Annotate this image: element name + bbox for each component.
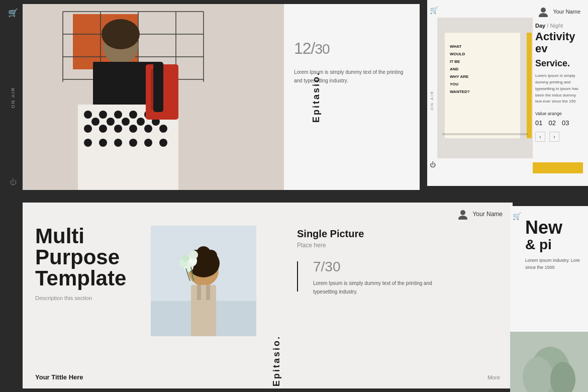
slide2-book-image: WHAT WOULD IT BE AND WHY ARE YOU WANTED? bbox=[437, 18, 533, 158]
svg-point-35 bbox=[122, 118, 130, 126]
slide1-counter-total: 30 bbox=[315, 41, 329, 57]
slide2-cart-icon[interactable]: 🛒 bbox=[430, 6, 438, 14]
slide1-image-svg bbox=[23, 4, 284, 190]
prev-arrow[interactable]: ‹ bbox=[535, 132, 545, 142]
slide3-center-image bbox=[151, 226, 256, 336]
svg-point-33 bbox=[91, 118, 100, 126]
svg-point-34 bbox=[107, 118, 115, 126]
svg-point-15 bbox=[84, 111, 92, 119]
slide4-cart-icon[interactable]: 🛒 bbox=[513, 212, 521, 220]
svg-point-22 bbox=[99, 125, 107, 133]
power-icon-bottom[interactable]: ⏻ bbox=[10, 178, 17, 186]
slide3-left-text: Multi Purpose Template Description this … bbox=[35, 226, 136, 386]
slide4-bottom-image bbox=[510, 332, 588, 392]
user-avatar-icon bbox=[538, 6, 549, 17]
slide4-content: New & pi Lorem Ipsum industry. Lore sinc… bbox=[523, 216, 588, 274]
slide4-heading-line2: & pi bbox=[525, 237, 585, 253]
slide2-container: 🛒 On air ⏻ Your Name WHAT WOULD IT BE AN… bbox=[427, 0, 588, 186]
slide4-container: 🛒 New & pi Lorem Ipsum industry. Lore si… bbox=[510, 206, 588, 392]
slide3-header: Your Name bbox=[23, 203, 513, 226]
slide1-container: 12/30 Lorem Ipsum is simply dummy text o… bbox=[23, 4, 420, 190]
slide2-right-content: Day / Night Activity ev Service. Lorem I… bbox=[530, 23, 588, 142]
svg-point-57 bbox=[541, 8, 546, 13]
svg-point-24 bbox=[129, 125, 137, 133]
slide3-description: Description this section bbox=[35, 295, 136, 301]
epitasio-text-slide1: Epitasio. bbox=[311, 71, 322, 123]
svg-point-29 bbox=[114, 139, 122, 147]
value-arange-label: Value arange bbox=[535, 111, 583, 116]
svg-point-23 bbox=[114, 125, 122, 133]
more-link[interactable]: More bbox=[487, 374, 500, 380]
slide3-main-content: Multi Purpose Template Description this … bbox=[23, 226, 513, 386]
activity-subheading: Service. bbox=[535, 59, 583, 69]
place-here-text: Place here bbox=[297, 242, 500, 249]
svg-point-16 bbox=[99, 111, 107, 119]
svg-point-83 bbox=[182, 255, 189, 262]
svg-point-70 bbox=[460, 210, 465, 215]
slide3-right-content: Single Picture Place here 7/30 Lorem Ips… bbox=[297, 226, 500, 386]
svg-point-30 bbox=[129, 139, 137, 147]
day-night-label: Day / Night bbox=[535, 23, 583, 29]
slide3-title: Multi Purpose Template bbox=[35, 226, 136, 289]
svg-rect-40 bbox=[153, 62, 163, 112]
slide1-main-image bbox=[23, 4, 284, 190]
svg-point-82 bbox=[189, 250, 198, 259]
counter-current: 7/ bbox=[313, 259, 325, 274]
top-row: 🛒 On air ⏻ bbox=[0, 0, 588, 193]
svg-point-28 bbox=[99, 139, 107, 147]
svg-point-21 bbox=[84, 125, 92, 133]
slide3-counter-row: 7/30 Lorem Ipsum is simply dummy text of… bbox=[297, 259, 500, 296]
title-line3: Template bbox=[35, 268, 136, 289]
activity-heading: Activity ev bbox=[535, 31, 583, 55]
svg-point-31 bbox=[144, 139, 152, 147]
separator-text: / bbox=[547, 23, 548, 29]
value-02: 02 bbox=[548, 119, 555, 127]
night-text: Night bbox=[550, 23, 563, 29]
svg-point-12 bbox=[102, 19, 140, 49]
svg-text:WOULD: WOULD bbox=[450, 52, 465, 56]
day-text: Day bbox=[535, 23, 545, 29]
svg-text:WANTED?: WANTED? bbox=[450, 89, 470, 94]
svg-point-18 bbox=[129, 111, 137, 119]
svg-text:AND: AND bbox=[450, 67, 459, 71]
slide1-counter-current: 12/ bbox=[294, 39, 315, 57]
slide3-counter-desc: Lorem Ipsum is simply dummy text of the … bbox=[313, 279, 439, 296]
slide3-user-avatar-icon bbox=[457, 209, 468, 220]
svg-point-26 bbox=[159, 125, 167, 133]
slide3-container: Your Name Multi Purpose Template Descrip… bbox=[23, 203, 513, 388]
bottom-sidebar: 🛒 On air ⏻ bbox=[4, 4, 22, 190]
slide2-power[interactable]: ⏻ bbox=[430, 161, 436, 168]
svg-point-27 bbox=[84, 139, 92, 147]
svg-point-36 bbox=[137, 118, 145, 126]
value-03: 03 bbox=[562, 119, 569, 127]
slide4-description: Lorem Ipsum industry. Lore since the 150… bbox=[525, 257, 585, 271]
svg-text:YOU: YOU bbox=[450, 82, 459, 86]
svg-text:IT BE: IT BE bbox=[450, 59, 460, 64]
on-air-label-bottom: On air bbox=[11, 87, 16, 109]
slide3-counter: 7/30 bbox=[313, 259, 439, 275]
your-title-here: Your Tittle Here bbox=[35, 373, 83, 381]
slide2-description: Lorem Ipsum is simply dummy printing and… bbox=[535, 73, 583, 105]
svg-text:WHAT: WHAT bbox=[450, 44, 462, 49]
single-picture-title: Single Picture bbox=[297, 228, 500, 240]
slide2-username: Your Name bbox=[553, 9, 580, 15]
svg-point-78 bbox=[197, 246, 211, 260]
slide3-bottom-bar: Your Tittle Here More bbox=[35, 373, 500, 381]
slide3-username: Your Name bbox=[472, 211, 503, 218]
slide2-yellow-button[interactable] bbox=[533, 162, 583, 173]
slide1-right-content: 12/30 Lorem Ipsum is simply dummy text o… bbox=[286, 4, 420, 190]
cart-icon-bottom[interactable]: 🛒 bbox=[8, 8, 18, 18]
svg-point-58 bbox=[539, 13, 548, 17]
svg-rect-88 bbox=[206, 285, 210, 300]
value-01: 01 bbox=[535, 119, 542, 127]
next-arrow[interactable]: › bbox=[549, 132, 559, 142]
svg-point-17 bbox=[114, 111, 122, 119]
value-numbers: 01 02 03 bbox=[535, 119, 583, 127]
svg-rect-69 bbox=[442, 133, 528, 135]
slide4-heading-line1: New bbox=[525, 219, 585, 237]
activity-text-1: Activity ev bbox=[535, 30, 575, 55]
vertical-divider bbox=[297, 261, 298, 291]
slide1-counter: 12/30 bbox=[294, 39, 412, 58]
row-divider bbox=[0, 193, 588, 199]
epitasio-text-slide3: Epitasio. bbox=[271, 236, 282, 386]
